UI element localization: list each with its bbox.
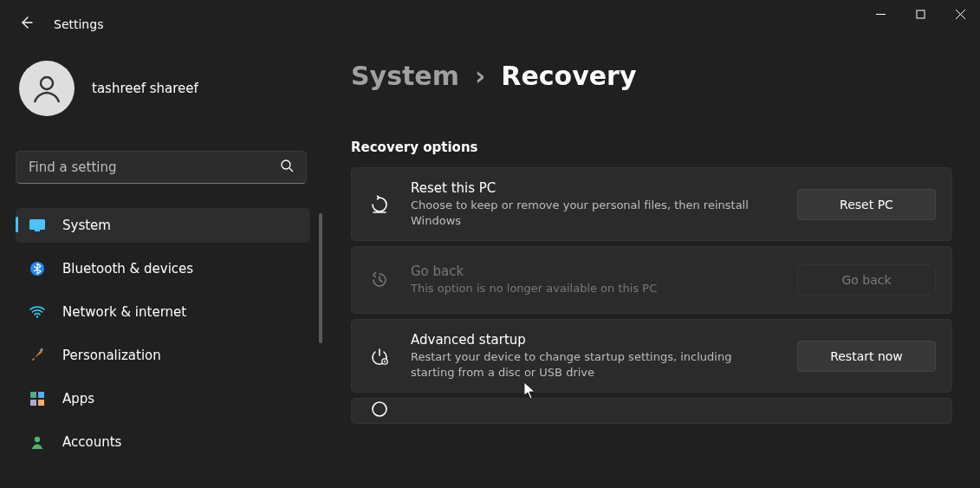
window-controls	[860, 0, 980, 28]
svg-rect-13	[30, 392, 36, 398]
svg-point-11	[36, 316, 38, 317]
svg-rect-8	[29, 219, 45, 230]
sidebar-item-label: System	[62, 218, 111, 233]
svg-point-6	[282, 160, 290, 169]
apps-icon	[29, 391, 45, 407]
header: Settings	[19, 16, 103, 32]
sidebar-item-label: Network & internet	[62, 304, 186, 320]
brush-icon	[29, 348, 45, 363]
wifi-icon	[29, 304, 45, 320]
minimize-button[interactable]	[860, 0, 900, 28]
go-back-button: Go back	[797, 264, 936, 296]
card-desc: Restart your device to change startup se…	[411, 349, 775, 380]
recovery-cards: Reset this PC Choose to keep or remove y…	[351, 167, 952, 424]
sidebar-item-label: Bluetooth & devices	[62, 261, 193, 277]
history-icon	[367, 270, 392, 290]
help-icon	[367, 400, 392, 419]
breadcrumb-parent[interactable]: System	[351, 61, 459, 91]
maximize-button[interactable]	[900, 0, 940, 28]
app-title: Settings	[54, 17, 103, 31]
sidebar-item-label: Personalization	[62, 348, 161, 363]
svg-rect-14	[38, 392, 44, 398]
person-icon	[29, 434, 45, 450]
card-go-back: Go back This option is no longer availab…	[351, 246, 952, 314]
sidebar-item-label: Apps	[62, 391, 94, 407]
nav: System Bluetooth & devices Network & int…	[16, 208, 310, 459]
sidebar-item-personalization[interactable]: Personalization	[16, 338, 310, 373]
sidebar-item-accounts[interactable]: Accounts	[16, 425, 310, 459]
card-title: Reset this PC	[411, 180, 778, 196]
card-reset-pc: Reset this PC Choose to keep or remove y…	[351, 167, 952, 241]
sidebar-item-label: Accounts	[62, 434, 121, 450]
breadcrumb-current: Recovery	[501, 61, 636, 91]
back-button[interactable]	[19, 16, 33, 32]
breadcrumb: System › Recovery	[351, 61, 952, 91]
card-title: Go back	[411, 264, 778, 279]
card-desc: Choose to keep or remove your personal f…	[411, 198, 775, 228]
search-box[interactable]	[16, 151, 307, 184]
sidebar: tashreef shareef System Bluetooth & devi…	[16, 55, 310, 468]
sidebar-item-network[interactable]: Network & internet	[16, 295, 310, 329]
svg-rect-15	[30, 400, 36, 406]
card-advanced-startup: Advanced startup Restart your device to …	[351, 319, 952, 393]
display-icon	[29, 218, 45, 233]
avatar	[19, 61, 75, 116]
reset-icon	[367, 195, 392, 214]
bluetooth-icon	[29, 261, 45, 277]
svg-point-17	[35, 437, 40, 442]
svg-point-5	[41, 77, 53, 89]
profile-name: tashreef shareef	[92, 81, 198, 96]
sidebar-item-apps[interactable]: Apps	[16, 381, 310, 416]
scrollbar[interactable]	[319, 213, 322, 343]
close-button[interactable]	[940, 0, 980, 28]
search-icon	[280, 159, 294, 176]
card-title: Advanced startup	[411, 332, 778, 348]
svg-line-7	[289, 168, 293, 172]
main: System › Recovery Recovery options Reset…	[351, 61, 952, 488]
restart-now-button[interactable]: Restart now	[797, 341, 936, 372]
sidebar-item-system[interactable]: System	[16, 208, 310, 243]
svg-point-20	[373, 402, 386, 416]
reset-pc-button[interactable]: Reset PC	[797, 189, 936, 220]
power-settings-icon	[367, 347, 392, 366]
profile[interactable]: tashreef shareef	[16, 55, 310, 116]
card-desc: This option is no longer available on th…	[411, 281, 775, 296]
svg-rect-1	[917, 10, 925, 18]
svg-rect-9	[35, 230, 40, 231]
card-partial	[351, 398, 952, 424]
svg-rect-16	[38, 400, 44, 406]
sidebar-item-bluetooth[interactable]: Bluetooth & devices	[16, 251, 310, 286]
section-title: Recovery options	[351, 140, 952, 155]
chevron-right-icon: ›	[475, 61, 485, 91]
search-input[interactable]	[29, 159, 254, 175]
svg-point-19	[384, 361, 386, 362]
